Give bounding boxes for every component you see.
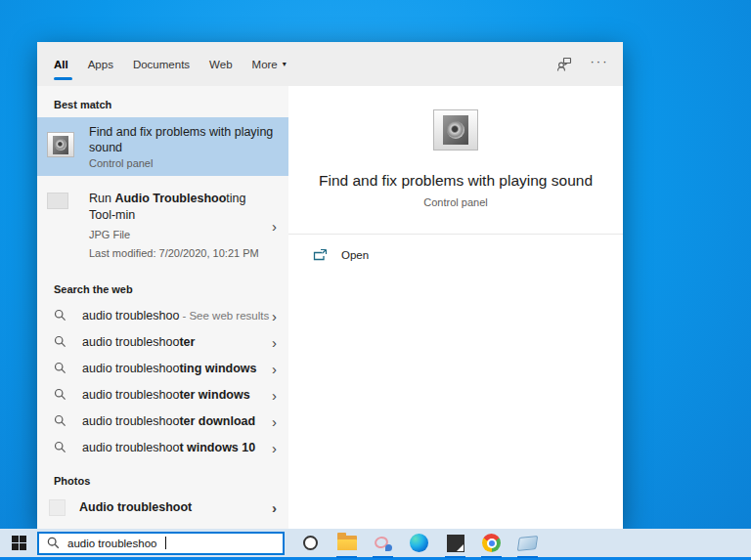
- tab-documents[interactable]: Documents: [123, 42, 199, 86]
- search-icon: [54, 388, 66, 401]
- search-icon: [54, 309, 66, 322]
- chevron-right-icon[interactable]: ›: [272, 440, 277, 454]
- photos-app-icon: [447, 535, 464, 552]
- tab-more[interactable]: More ▾: [243, 42, 296, 86]
- taskbar-blue-app-button[interactable]: [509, 529, 546, 557]
- search-flyout-panel: All Apps Documents Web More ▾ ···: [37, 42, 623, 529]
- tab-apps[interactable]: Apps: [78, 42, 123, 86]
- file-result[interactable]: Run Audio Troubleshooting Tool-min JPG F…: [37, 182, 288, 270]
- taskbar-edge-button[interactable]: [401, 529, 437, 557]
- section-photos: Photos: [37, 469, 288, 494]
- best-match-subtitle: Control panel: [89, 157, 277, 169]
- file-explorer-icon: [337, 536, 357, 550]
- preview-pane: Find and fix problems with playing sound…: [288, 86, 623, 529]
- file-type: JPG File: [89, 227, 270, 242]
- jpg-thumbnail-icon: [47, 193, 68, 209]
- edge-icon: [410, 534, 428, 552]
- taskbar-chrome-button[interactable]: [473, 529, 509, 557]
- search-header: All Apps Documents Web More ▾ ···: [37, 42, 623, 86]
- text-cursor: [165, 537, 166, 549]
- feedback-icon[interactable]: [554, 55, 574, 74]
- chrome-icon: [482, 534, 501, 552]
- web-suggestion[interactable]: audio troubleshoo - See web results ›: [37, 302, 288, 328]
- section-best-match: Best match: [37, 93, 288, 117]
- tab-web[interactable]: Web: [199, 42, 242, 86]
- search-icon: [54, 335, 66, 348]
- tab-more-label: More: [252, 59, 278, 70]
- web-suggestion[interactable]: audio troubleshoot windows 10 ›: [37, 434, 288, 460]
- taskbar-file-explorer-button[interactable]: [329, 529, 365, 557]
- search-icon: [54, 441, 66, 453]
- chevron-right-icon[interactable]: ›: [272, 334, 277, 349]
- chevron-right-icon[interactable]: ›: [272, 308, 277, 323]
- blue-app-icon: [517, 536, 538, 551]
- chevron-right-icon[interactable]: ›: [272, 361, 277, 375]
- pink-app-icon: [374, 536, 392, 551]
- open-action[interactable]: Open: [288, 235, 623, 261]
- open-label: Open: [341, 249, 369, 261]
- start-button[interactable]: [0, 529, 37, 557]
- preview-subtitle: Control panel: [423, 196, 487, 208]
- file-result-title: Run Audio Troubleshooting Tool-min: [89, 191, 270, 224]
- taskbar-photos-app-button[interactable]: [437, 529, 473, 557]
- photo-result[interactable]: Audio troubleshoot ›: [37, 494, 288, 521]
- preview-title: Find and fix problems with playing sound: [319, 172, 593, 190]
- web-suggestion[interactable]: audio troubleshooter windows ›: [37, 381, 288, 408]
- sound-control-panel-icon-large: [433, 109, 478, 151]
- chevron-right-icon[interactable]: ›: [272, 500, 277, 515]
- windows-logo-icon: [12, 536, 26, 550]
- chevron-down-icon: ▾: [283, 60, 287, 68]
- results-list: Best match Find and fix problems with pl…: [37, 86, 288, 529]
- web-suggestion[interactable]: audio troubleshooter download ›: [37, 408, 288, 434]
- web-suggestion[interactable]: audio troubleshooter ›: [37, 328, 288, 355]
- search-icon: [47, 537, 60, 549]
- photo-result-title: Audio troubleshoot: [79, 500, 192, 514]
- taskbar: audio troubleshoo: [0, 529, 751, 560]
- search-icon: [54, 414, 66, 427]
- chevron-right-icon[interactable]: ›: [272, 413, 277, 428]
- best-match-result[interactable]: Find and fix problems with playing sound…: [37, 117, 288, 176]
- chevron-right-icon[interactable]: ›: [272, 387, 277, 402]
- taskbar-search-box[interactable]: audio troubleshoo: [37, 532, 285, 555]
- photo-thumbnail-icon: [49, 499, 66, 516]
- taskbar-cortana-button[interactable]: [292, 529, 329, 557]
- tab-all[interactable]: All: [54, 42, 78, 86]
- chevron-right-icon[interactable]: ›: [272, 219, 277, 234]
- best-match-title: Find and fix problems with playing sound: [89, 124, 277, 155]
- open-in-new-icon: [313, 248, 328, 261]
- search-tabs: All Apps Documents Web More ▾: [54, 42, 296, 86]
- section-search-the-web: Search the web: [37, 278, 288, 302]
- file-modified: Last modified: 7/20/2020, 10:21 PM: [89, 245, 270, 261]
- more-options-icon[interactable]: ···: [590, 55, 609, 74]
- search-icon: [54, 362, 66, 374]
- taskbar-pink-app-button[interactable]: [365, 529, 401, 557]
- search-input-value: audio troubleshoo: [67, 538, 156, 549]
- sound-control-panel-icon: [47, 132, 76, 161]
- cortana-icon: [303, 536, 318, 550]
- web-suggestion[interactable]: audio troubleshooting windows ›: [37, 355, 288, 381]
